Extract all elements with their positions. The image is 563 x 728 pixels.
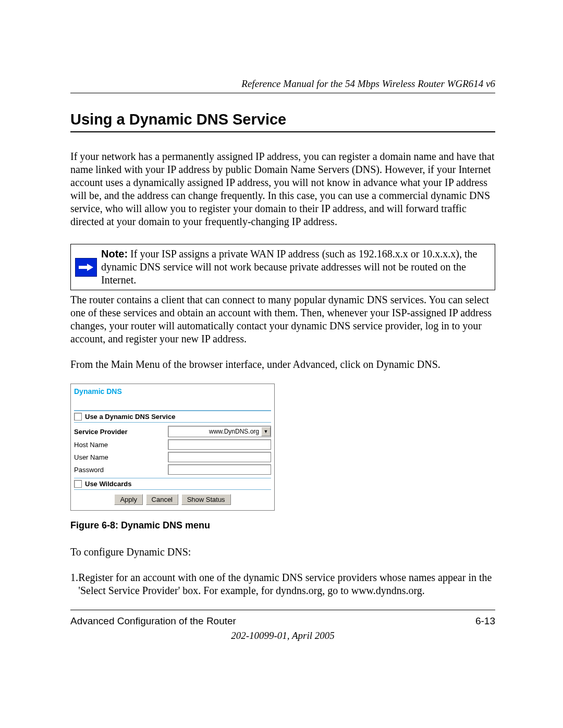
service-provider-value: www.DynDNS.org (168, 428, 261, 435)
screenshot-dynamic-dns: Dynamic DNS Use a Dynamic DNS Service Se… (70, 384, 275, 511)
paragraph-4: To configure Dynamic DNS: (70, 546, 495, 559)
figure-dynamic-dns: Dynamic DNS Use a Dynamic DNS Service Se… (70, 384, 275, 531)
note-text: Note: If your ISP assigns a private WAN … (101, 244, 495, 290)
footer-docid: 202-10099-01, April 2005 (70, 630, 495, 641)
svg-marker-0 (79, 264, 93, 271)
paragraph-intro: If your network has a permanently assign… (70, 150, 495, 228)
user-name-input[interactable] (168, 452, 271, 462)
user-name-label: User Name (74, 453, 168, 461)
note-label: Note: (101, 248, 128, 260)
show-status-button[interactable]: Show Status (181, 494, 231, 505)
paragraph-3: From the Main Menu of the browser interf… (70, 358, 495, 371)
use-service-label: Use a Dynamic DNS Service (85, 413, 175, 421)
note-body: If your ISP assigns a private WAN IP add… (101, 248, 477, 286)
apply-button[interactable]: Apply (114, 494, 143, 505)
use-wildcards-row: Use Wildcards (71, 478, 274, 489)
cancel-button[interactable]: Cancel (146, 494, 178, 505)
service-provider-select[interactable]: www.DynDNS.org ▼ (168, 426, 271, 437)
password-input[interactable] (168, 464, 271, 475)
service-provider-label: Service Provider (74, 428, 168, 436)
note-box: Note: If your ISP assigns a private WAN … (70, 244, 495, 290)
step-1: 1. Register for an account with one of t… (70, 571, 495, 597)
password-label: Password (74, 466, 168, 474)
screenshot-title: Dynamic DNS (71, 384, 274, 398)
section-heading: Using a Dynamic DNS Service (70, 111, 495, 128)
footer-page-number: 6-13 (475, 615, 495, 627)
heading-rule (70, 131, 495, 132)
use-service-row: Use a Dynamic DNS Service (71, 411, 274, 422)
use-wildcards-checkbox[interactable] (74, 480, 82, 488)
use-service-checkbox[interactable] (74, 413, 82, 421)
arrow-right-icon (75, 258, 97, 277)
footer-rule (70, 610, 495, 610)
step-1-number: 1. (70, 571, 78, 597)
host-name-label: Host Name (74, 441, 168, 449)
chevron-down-icon[interactable]: ▼ (261, 427, 271, 436)
running-header: Reference Manual for the 54 Mbps Wireles… (70, 78, 495, 90)
host-name-input[interactable] (168, 439, 271, 450)
paragraph-2: The router contains a client that can co… (70, 293, 495, 346)
note-icon-cell (71, 244, 101, 290)
use-wildcards-label: Use Wildcards (85, 480, 131, 488)
step-1-text: Register for an account with one of the … (78, 571, 495, 597)
figure-caption: Figure 6-8: Dynamic DNS menu (70, 520, 275, 531)
footer-left: Advanced Configuration of the Router (70, 615, 236, 627)
header-rule (70, 93, 495, 93)
